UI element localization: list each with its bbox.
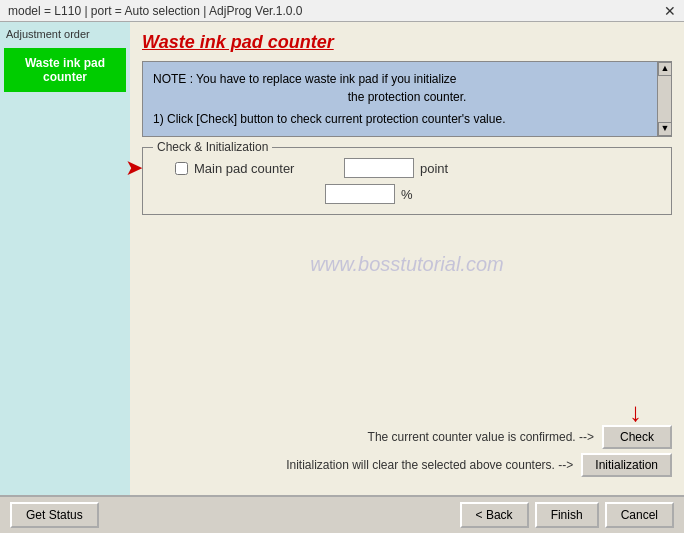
bottom-actions: The current counter value is confirmed. … [142, 425, 672, 477]
cancel-button[interactable]: Cancel [605, 502, 674, 528]
note-box: NOTE : You have to replace waste ink pad… [142, 61, 672, 137]
check-button[interactable]: Check [602, 425, 672, 449]
main-pad-label: Main pad counter [194, 161, 334, 176]
confirm-text: The current counter value is confirmed. … [368, 430, 594, 444]
scroll-down-arrow[interactable]: ▼ [658, 122, 672, 136]
main-pad-checkbox[interactable] [175, 162, 188, 175]
watermark: www.bosstutorial.com [142, 223, 672, 425]
check-init-box: Check & Initialization ➤ Main pad counte… [142, 147, 672, 215]
close-button[interactable]: ✕ [664, 3, 676, 19]
footer-bar: Get Status < Back Finish Cancel [0, 495, 684, 533]
percent-unit: % [401, 187, 413, 202]
finish-button[interactable]: Finish [535, 502, 599, 528]
get-status-button[interactable]: Get Status [10, 502, 99, 528]
main-pad-point-input[interactable] [344, 158, 414, 178]
page-title: Waste ink pad counter [142, 32, 672, 53]
percent-row: % [155, 184, 659, 204]
main-layout: Adjustment order Waste ink pad counter W… [0, 22, 684, 495]
down-arrow-icon: ↓ [629, 397, 642, 428]
title-bar: model = L110 | port = Auto selection | A… [0, 0, 684, 22]
note-scrollbar: ▲ ▼ [657, 62, 671, 136]
main-pad-row: ➤ Main pad counter point [155, 158, 659, 178]
note-line3: 1) Click [Check] button to check current… [153, 110, 661, 128]
main-pad-percent-input[interactable] [325, 184, 395, 204]
main-window: model = L110 | port = Auto selection | A… [0, 0, 684, 533]
sidebar: Adjustment order Waste ink pad counter [0, 22, 130, 495]
scroll-up-arrow[interactable]: ▲ [658, 62, 672, 76]
back-button[interactable]: < Back [460, 502, 529, 528]
point-unit: point [420, 161, 448, 176]
init-action-row: Initialization will clear the selected a… [286, 453, 672, 477]
note-line1: NOTE : You have to replace waste ink pad… [153, 70, 661, 88]
clear-text: Initialization will clear the selected a… [286, 458, 573, 472]
initialization-button[interactable]: Initialization [581, 453, 672, 477]
content-area: Waste ink pad counter NOTE : You have to… [130, 22, 684, 495]
check-init-label: Check & Initialization [153, 140, 272, 154]
check-action-row: The current counter value is confirmed. … [368, 425, 672, 449]
title-bar-text: model = L110 | port = Auto selection | A… [8, 4, 302, 18]
note-line2: the protection counter. [153, 88, 661, 106]
red-arrow-icon: ➤ [125, 155, 143, 181]
sidebar-item-waste-ink[interactable]: Waste ink pad counter [4, 48, 126, 92]
sidebar-header: Adjustment order [4, 26, 126, 42]
